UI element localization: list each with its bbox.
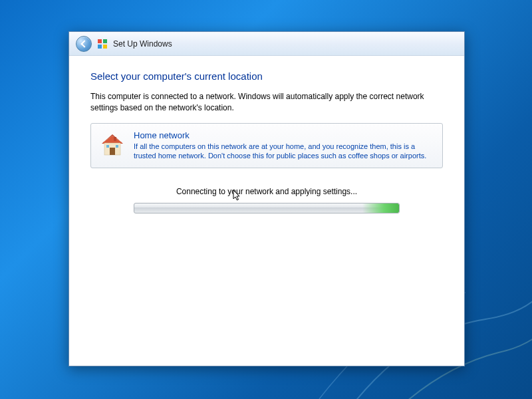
status-area: Connecting to your network and applying …	[90, 187, 443, 213]
status-text: Connecting to your network and applying …	[90, 187, 443, 196]
page-heading: Select your computer's current location	[90, 70, 443, 82]
svg-rect-2	[98, 45, 102, 49]
back-arrow-icon	[80, 40, 88, 47]
titlebar-title: Set Up Windows	[113, 39, 172, 49]
svg-rect-0	[98, 39, 102, 43]
setup-window: Set Up Windows Select your computer's cu…	[68, 31, 465, 366]
svg-rect-8	[110, 148, 115, 155]
option-description: If all the computers on this network are…	[134, 142, 434, 162]
svg-rect-10	[116, 145, 118, 148]
svg-rect-11	[114, 137, 116, 141]
svg-rect-9	[106, 145, 109, 148]
option-title: Home network	[134, 130, 434, 140]
home-network-option[interactable]: Home network If all the computers on thi…	[90, 123, 443, 169]
page-subtext: This computer is connected to a network.…	[90, 91, 443, 114]
svg-rect-3	[103, 45, 107, 49]
option-text-block: Home network If all the computers on thi…	[134, 130, 434, 162]
house-icon	[99, 132, 126, 158]
windows-flag-icon	[97, 39, 108, 49]
svg-rect-1	[103, 39, 107, 43]
progress-bar	[134, 203, 400, 213]
back-button[interactable]	[76, 36, 92, 52]
progress-indicator	[362, 203, 399, 213]
svg-marker-5	[103, 136, 122, 144]
content-area: Select your computer's current location …	[69, 56, 464, 366]
titlebar: Set Up Windows	[69, 32, 464, 56]
